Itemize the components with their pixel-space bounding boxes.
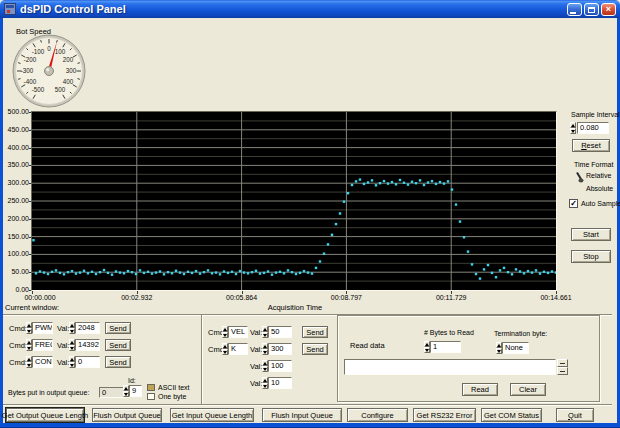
- get-input-queue-length-button[interactable]: Get Input Queue Length: [170, 408, 254, 422]
- svg-text:0: 0: [47, 45, 51, 52]
- y-tick-label: 200.00: [1, 215, 29, 222]
- svg-text:-400: -400: [24, 78, 37, 85]
- id-label: Id:: [128, 377, 136, 384]
- val-vel-field[interactable]: 50: [268, 326, 292, 338]
- svg-text:300: 300: [66, 67, 77, 74]
- read-data-label: Read data: [350, 341, 385, 350]
- bot-speed-gauge: -500-400-300-200-1000100200300400500: [11, 33, 87, 109]
- divider-left-mid: [201, 315, 203, 404]
- send3-button[interactable]: Send: [105, 356, 131, 368]
- one-byte-legend-label: One byte: [158, 393, 186, 400]
- cmd1-field[interactable]: PWM: [32, 322, 53, 334]
- send-k-button[interactable]: Send: [302, 343, 328, 355]
- auto-sample-checkbox[interactable]: ✓: [569, 199, 578, 208]
- x-tick-label: 00:14.661: [540, 294, 571, 301]
- x-tick-label: 00:02.932: [121, 294, 152, 301]
- termination-byte-field[interactable]: None: [502, 342, 529, 354]
- divider-bottom: [3, 404, 612, 406]
- val1-field[interactable]: 2048: [75, 322, 100, 334]
- title-bar: dsPID Control Panel ×: [0, 0, 620, 18]
- svg-text:-500: -500: [32, 86, 45, 93]
- x-tick-label: 00:11.729: [436, 294, 467, 301]
- send1-button[interactable]: Send: [105, 322, 131, 334]
- chart-plot: [32, 112, 556, 290]
- svg-text:200: 200: [63, 56, 74, 63]
- val-k-field[interactable]: 300: [268, 343, 292, 355]
- val3-field[interactable]: 0: [75, 356, 100, 368]
- send-vel-button[interactable]: Send: [302, 326, 328, 338]
- y-tick-label: 400.00: [1, 144, 29, 151]
- cmd-k-field[interactable]: K: [228, 343, 248, 355]
- cmd-vel-field[interactable]: VEL: [228, 326, 248, 338]
- cmd-label: Cmd:: [9, 358, 27, 367]
- val-label: Val:: [250, 379, 262, 388]
- y-tick-label: 100.00: [1, 250, 29, 257]
- read-data-scroll-widget[interactable]: [557, 359, 568, 375]
- val2-field[interactable]: 14392: [75, 339, 100, 351]
- app-icon: [4, 3, 16, 15]
- val-label: Val:: [250, 328, 262, 337]
- one-byte-legend-swatch: [147, 393, 155, 400]
- read-button[interactable]: Read: [462, 383, 498, 396]
- minimize-button[interactable]: [567, 3, 582, 16]
- maximize-button[interactable]: [584, 3, 599, 16]
- chart-frame: [31, 111, 557, 291]
- bytes-to-read-field[interactable]: 1: [430, 341, 461, 353]
- y-tick-label: 0.00: [1, 286, 29, 293]
- flush-input-queue-button[interactable]: Flush Input Queue: [262, 408, 342, 422]
- sample-interval-label: Sample Interval: [571, 111, 620, 118]
- start-button[interactable]: Start: [571, 228, 611, 241]
- x-tick-mark: [556, 291, 557, 294]
- read-data-string-field[interactable]: [344, 359, 556, 375]
- bytes-to-read-label: # Bytes to Read: [424, 329, 474, 336]
- x-axis-title: Acquisition Time: [33, 303, 557, 312]
- val-extra1-field[interactable]: 100: [268, 360, 292, 372]
- x-tick-mark: [242, 291, 243, 294]
- val-label: Val:: [57, 341, 69, 350]
- time-format-label: Time Format: [574, 161, 613, 168]
- y-tick-label: 50.00: [1, 268, 29, 275]
- scroll-down-button[interactable]: [557, 367, 568, 375]
- sample-interval-spinner[interactable]: [570, 122, 576, 134]
- sample-interval-field[interactable]: 0.080: [577, 122, 609, 134]
- x-tick-label: 00:05.864: [226, 294, 257, 301]
- x-tick-mark: [451, 291, 452, 294]
- window-title: dsPID Control Panel: [20, 3, 126, 15]
- get-output-queue-length-button[interactable]: Get Output Queue Length: [6, 408, 84, 422]
- auto-sample-label: Auto Sample: [581, 200, 620, 207]
- configure-button[interactable]: Configure: [347, 408, 408, 422]
- cmd2-field[interactable]: FREQ: [32, 339, 53, 351]
- x-tick-label: 00:00.000: [24, 294, 55, 301]
- close-button[interactable]: ×: [601, 3, 616, 16]
- quit-button[interactable]: Quit: [556, 408, 594, 422]
- time-format-relative-label: Relative: [586, 172, 611, 179]
- send2-button[interactable]: Send: [105, 339, 131, 351]
- scroll-up-button[interactable]: [557, 359, 568, 367]
- val-extra2-field[interactable]: 10: [268, 377, 292, 389]
- svg-text:100: 100: [55, 48, 66, 55]
- reset-button[interactable]: Reset: [572, 139, 610, 152]
- id-field[interactable]: 9: [129, 385, 142, 397]
- x-tick-mark: [346, 291, 347, 294]
- y-tick-label: 300.00: [1, 179, 29, 186]
- time-format-absolute-label: Absolute: [586, 185, 613, 192]
- flush-output-queue-button[interactable]: Flush Output Queue: [92, 408, 162, 422]
- x-tick-mark: [32, 291, 33, 294]
- get-rs232-error-button[interactable]: Get RS232 Error: [413, 408, 476, 422]
- val-label: Val:: [57, 324, 69, 333]
- y-tick-label: 350.00: [1, 161, 29, 168]
- svg-text:400: 400: [63, 78, 74, 85]
- stop-button[interactable]: Stop: [571, 250, 611, 263]
- y-tick-label: 500.00: [1, 108, 29, 115]
- get-com-status-button[interactable]: Get COM Status: [481, 408, 542, 422]
- val-label: Val:: [250, 345, 262, 354]
- spin-down-button[interactable]: [570, 128, 576, 134]
- time-format-switch[interactable]: [575, 171, 584, 183]
- cmd3-field[interactable]: CONT: [32, 356, 53, 368]
- x-tick-mark: [137, 291, 138, 294]
- svg-text:-200: -200: [24, 56, 37, 63]
- val-label: Val:: [57, 358, 69, 367]
- clear-button[interactable]: Clear: [510, 383, 546, 396]
- val-label: Val:: [250, 362, 262, 371]
- y-tick-label: 450.00: [1, 126, 29, 133]
